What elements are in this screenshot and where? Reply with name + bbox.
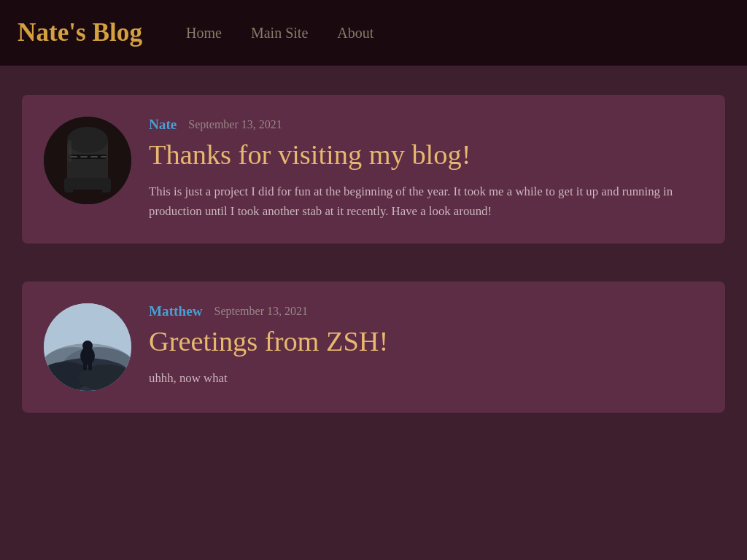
- main-content: Nate September 13, 2021 Thanks for visit…: [0, 66, 747, 442]
- post-body: Nate September 13, 2021 Thanks for visit…: [149, 117, 703, 222]
- nav-home[interactable]: Home: [186, 25, 222, 42]
- navbar: Nate's Blog Home Main Site About: [0, 0, 747, 66]
- svg-rect-5: [80, 156, 88, 158]
- post-title[interactable]: Greetings from ZSH!: [149, 325, 703, 357]
- nav-links: Home Main Site About: [186, 25, 374, 42]
- svg-rect-24: [88, 362, 92, 370]
- avatar-nate-image: [44, 117, 131, 204]
- post-divider: [0, 258, 747, 267]
- avatar: [44, 117, 131, 204]
- svg-point-21: [82, 341, 93, 351]
- svg-rect-11: [73, 190, 102, 204]
- post-author[interactable]: Nate: [149, 117, 177, 133]
- avatar-matthew-image: [44, 303, 131, 391]
- post-author[interactable]: Matthew: [149, 303, 203, 319]
- avatar: [44, 303, 131, 391]
- avatar-container: [44, 303, 131, 391]
- post-title[interactable]: Thanks for visiting my blog!: [149, 139, 703, 171]
- post-body: Matthew September 13, 2021 Greetings fro…: [149, 303, 703, 391]
- post-meta: Nate September 13, 2021: [149, 117, 703, 133]
- avatar-container: [44, 117, 131, 222]
- post-excerpt: This is just a project I did for fun at …: [149, 182, 703, 222]
- post-date: September 13, 2021: [188, 118, 282, 131]
- nav-about[interactable]: About: [337, 25, 374, 42]
- svg-rect-10: [69, 140, 71, 162]
- post-card: Nate September 13, 2021 Thanks for visit…: [22, 95, 725, 244]
- svg-rect-8: [67, 159, 108, 179]
- svg-rect-23: [83, 362, 87, 370]
- site-brand[interactable]: Nate's Blog: [18, 18, 142, 47]
- post-card: Matthew September 13, 2021 Greetings fro…: [22, 281, 725, 413]
- post-meta: Matthew September 13, 2021: [149, 303, 703, 319]
- svg-point-2: [67, 127, 108, 153]
- svg-rect-7: [101, 156, 107, 158]
- post-date: September 13, 2021: [214, 305, 308, 318]
- post-excerpt: uhhh, now what: [149, 369, 703, 389]
- nav-main-site[interactable]: Main Site: [251, 25, 308, 42]
- svg-rect-6: [90, 156, 98, 158]
